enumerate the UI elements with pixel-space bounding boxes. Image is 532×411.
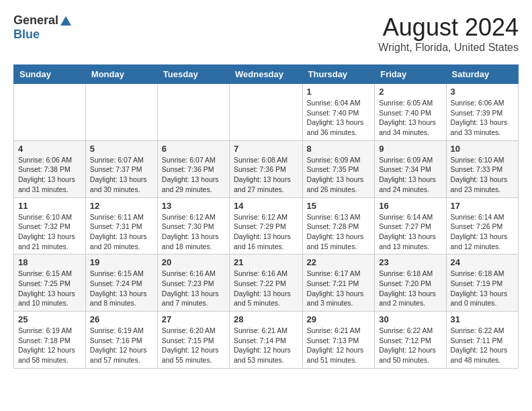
day-cell: 5Sunrise: 6:07 AM Sunset: 7:37 PM Daylig… — [85, 140, 157, 197]
day-cell: 27Sunrise: 6:20 AM Sunset: 7:15 PM Dayli… — [157, 312, 229, 369]
day-info: Sunrise: 6:09 AM Sunset: 7:35 PM Dayligh… — [307, 155, 371, 195]
day-cell: 3Sunrise: 6:06 AM Sunset: 7:39 PM Daylig… — [446, 84, 518, 141]
calendar-table: SundayMondayTuesdayWednesdayThursdayFrid… — [13, 64, 519, 369]
day-cell: 16Sunrise: 6:14 AM Sunset: 7:27 PM Dayli… — [375, 197, 446, 255]
day-number: 25 — [18, 314, 81, 324]
weekday-header-tuesday: Tuesday — [157, 65, 229, 84]
day-info: Sunrise: 6:07 AM Sunset: 7:37 PM Dayligh… — [90, 155, 153, 195]
day-number: 24 — [451, 257, 514, 267]
day-info: Sunrise: 6:12 AM Sunset: 7:29 PM Dayligh… — [234, 212, 298, 252]
day-cell: 28Sunrise: 6:21 AM Sunset: 7:14 PM Dayli… — [230, 312, 303, 369]
day-number: 18 — [18, 257, 81, 267]
day-info: Sunrise: 6:05 AM Sunset: 7:40 PM Dayligh… — [379, 98, 441, 138]
weekday-header-friday: Friday — [375, 65, 446, 84]
day-cell: 14Sunrise: 6:12 AM Sunset: 7:29 PM Dayli… — [230, 197, 303, 255]
day-info: Sunrise: 6:16 AM Sunset: 7:22 PM Dayligh… — [234, 269, 298, 308]
day-number: 4 — [18, 144, 81, 154]
day-number: 31 — [451, 314, 514, 324]
day-number: 20 — [162, 257, 225, 267]
page-subtitle: Wright, Florida, United States — [378, 42, 519, 54]
day-number: 7 — [234, 144, 298, 154]
day-cell: 7Sunrise: 6:08 AM Sunset: 7:36 PM Daylig… — [230, 140, 303, 197]
day-info: Sunrise: 6:19 AM Sunset: 7:16 PM Dayligh… — [90, 326, 153, 365]
page-title: August 2024 — [378, 13, 519, 42]
day-number: 16 — [379, 201, 441, 211]
day-number: 17 — [451, 201, 514, 211]
day-cell: 30Sunrise: 6:22 AM Sunset: 7:12 PM Dayli… — [375, 312, 446, 369]
day-cell: 10Sunrise: 6:10 AM Sunset: 7:33 PM Dayli… — [446, 140, 518, 197]
day-cell — [14, 84, 86, 141]
day-info: Sunrise: 6:21 AM Sunset: 7:13 PM Dayligh… — [307, 326, 371, 365]
logo: General Blue — [13, 13, 72, 42]
day-cell: 17Sunrise: 6:14 AM Sunset: 7:26 PM Dayli… — [446, 197, 518, 255]
week-row-5: 25Sunrise: 6:19 AM Sunset: 7:18 PM Dayli… — [14, 312, 519, 369]
day-cell: 12Sunrise: 6:11 AM Sunset: 7:31 PM Dayli… — [85, 197, 157, 255]
day-number: 3 — [451, 87, 514, 97]
day-info: Sunrise: 6:14 AM Sunset: 7:26 PM Dayligh… — [451, 212, 514, 252]
day-info: Sunrise: 6:21 AM Sunset: 7:14 PM Dayligh… — [234, 326, 298, 365]
day-cell: 24Sunrise: 6:18 AM Sunset: 7:19 PM Dayli… — [446, 255, 518, 312]
day-info: Sunrise: 6:10 AM Sunset: 7:33 PM Dayligh… — [451, 155, 514, 195]
weekday-header-sunday: Sunday — [14, 65, 86, 84]
day-cell: 1Sunrise: 6:04 AM Sunset: 7:40 PM Daylig… — [302, 84, 375, 141]
day-cell: 2Sunrise: 6:05 AM Sunset: 7:40 PM Daylig… — [375, 84, 446, 141]
day-cell: 18Sunrise: 6:15 AM Sunset: 7:25 PM Dayli… — [14, 255, 86, 312]
day-number: 13 — [162, 201, 225, 211]
day-cell: 11Sunrise: 6:10 AM Sunset: 7:32 PM Dayli… — [14, 197, 86, 255]
day-cell — [85, 84, 157, 141]
day-info: Sunrise: 6:22 AM Sunset: 7:11 PM Dayligh… — [451, 326, 514, 365]
day-cell: 25Sunrise: 6:19 AM Sunset: 7:18 PM Dayli… — [14, 312, 86, 369]
day-number: 29 — [307, 314, 371, 324]
day-cell: 29Sunrise: 6:21 AM Sunset: 7:13 PM Dayli… — [302, 312, 375, 369]
day-cell: 21Sunrise: 6:16 AM Sunset: 7:22 PM Dayli… — [230, 255, 303, 312]
day-number: 14 — [234, 201, 298, 211]
week-row-2: 4Sunrise: 6:06 AM Sunset: 7:38 PM Daylig… — [14, 140, 519, 197]
day-cell: 6Sunrise: 6:07 AM Sunset: 7:36 PM Daylig… — [157, 140, 229, 197]
day-cell: 31Sunrise: 6:22 AM Sunset: 7:11 PM Dayli… — [446, 312, 518, 369]
day-number: 11 — [18, 201, 81, 211]
day-info: Sunrise: 6:15 AM Sunset: 7:25 PM Dayligh… — [18, 269, 81, 308]
day-number: 23 — [379, 257, 441, 267]
page-header: General Blue August 2024 Wright, Florida… — [13, 13, 519, 54]
day-cell — [230, 84, 303, 141]
day-info: Sunrise: 6:07 AM Sunset: 7:36 PM Dayligh… — [162, 155, 225, 195]
day-cell: 19Sunrise: 6:15 AM Sunset: 7:24 PM Dayli… — [85, 255, 157, 312]
day-number: 21 — [234, 257, 298, 267]
week-row-4: 18Sunrise: 6:15 AM Sunset: 7:25 PM Dayli… — [14, 255, 519, 312]
day-info: Sunrise: 6:15 AM Sunset: 7:24 PM Dayligh… — [90, 269, 153, 308]
day-number: 6 — [162, 144, 225, 154]
weekday-header-monday: Monday — [85, 65, 157, 84]
day-number: 2 — [379, 87, 441, 97]
logo-icon — [60, 15, 72, 27]
day-number: 12 — [90, 201, 153, 211]
day-number: 8 — [307, 144, 371, 154]
day-info: Sunrise: 6:06 AM Sunset: 7:38 PM Dayligh… — [18, 155, 81, 195]
day-number: 5 — [90, 144, 153, 154]
day-cell: 15Sunrise: 6:13 AM Sunset: 7:28 PM Dayli… — [302, 197, 375, 255]
day-info: Sunrise: 6:16 AM Sunset: 7:23 PM Dayligh… — [162, 269, 225, 308]
week-row-1: 1Sunrise: 6:04 AM Sunset: 7:40 PM Daylig… — [14, 84, 519, 141]
weekday-header-wednesday: Wednesday — [230, 65, 303, 84]
logo-blue-text: Blue — [13, 28, 40, 41]
week-row-3: 11Sunrise: 6:10 AM Sunset: 7:32 PM Dayli… — [14, 197, 519, 255]
day-cell: 13Sunrise: 6:12 AM Sunset: 7:30 PM Dayli… — [157, 197, 229, 255]
day-info: Sunrise: 6:18 AM Sunset: 7:20 PM Dayligh… — [379, 269, 441, 308]
day-cell: 20Sunrise: 6:16 AM Sunset: 7:23 PM Dayli… — [157, 255, 229, 312]
day-cell: 26Sunrise: 6:19 AM Sunset: 7:16 PM Dayli… — [85, 312, 157, 369]
day-info: Sunrise: 6:17 AM Sunset: 7:21 PM Dayligh… — [307, 269, 371, 308]
day-info: Sunrise: 6:13 AM Sunset: 7:28 PM Dayligh… — [307, 212, 371, 252]
day-info: Sunrise: 6:19 AM Sunset: 7:18 PM Dayligh… — [18, 326, 81, 365]
day-cell: 4Sunrise: 6:06 AM Sunset: 7:38 PM Daylig… — [14, 140, 86, 197]
day-number: 28 — [234, 314, 298, 324]
day-cell: 23Sunrise: 6:18 AM Sunset: 7:20 PM Dayli… — [375, 255, 446, 312]
title-block: August 2024 Wright, Florida, United Stat… — [378, 13, 519, 54]
day-info: Sunrise: 6:14 AM Sunset: 7:27 PM Dayligh… — [379, 212, 441, 252]
day-number: 27 — [162, 314, 225, 324]
logo-general-text: General — [13, 13, 58, 28]
day-cell: 8Sunrise: 6:09 AM Sunset: 7:35 PM Daylig… — [302, 140, 375, 197]
calendar-header-row: SundayMondayTuesdayWednesdayThursdayFrid… — [14, 65, 519, 84]
day-cell: 22Sunrise: 6:17 AM Sunset: 7:21 PM Dayli… — [302, 255, 375, 312]
day-number: 19 — [90, 257, 153, 267]
day-number: 1 — [307, 87, 371, 97]
day-number: 10 — [451, 144, 514, 154]
